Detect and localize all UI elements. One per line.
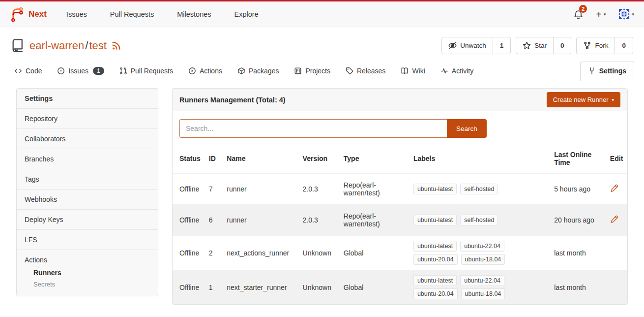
runner-name: next_actions_runner [223,236,298,270]
table-row: Offline2next_actions_runnerUnknownGlobal… [173,236,627,270]
brand-name: Next [29,9,47,19]
label-chip: ubuntu-22.04 [460,241,504,252]
runner-edit [606,236,627,270]
tab-code[interactable]: Code [10,62,46,81]
repo-tabs: CodeIssues1Pull RequestsActionsPackagesP… [0,61,644,81]
caret-down-icon: ▾ [604,12,606,17]
rss-feed-icon[interactable] [112,41,121,50]
sidebar-item-lfs[interactable]: LFS [17,229,158,250]
navbar-item-milestones[interactable]: Milestones [177,10,211,18]
runner-labels: ubuntu-latestself-hosted [410,205,550,236]
unwatch-button-group: Unwatch1 [441,37,511,54]
runner-edit [606,205,627,236]
sidebar-item-branches[interactable]: Branches [17,149,158,169]
tab-label: Packages [249,67,279,75]
home-link[interactable]: Next [10,6,47,22]
table-row: Offline6runner2.0.3Repo(earl-warren/test… [173,205,627,236]
sidebar-item-tags[interactable]: Tags [17,169,158,189]
create-new-runner-button[interactable]: Create new Runner ▾ [547,92,620,107]
tab-pull-requests[interactable]: Pull Requests [115,62,177,81]
fork-count[interactable]: 0 [615,37,633,54]
runner-labels: ubuntu-latestself-hosted [410,174,550,205]
runner-labels: ubuntu-latestubuntu-22.04ubuntu-20.04ubu… [410,236,550,270]
label-chip: ubuntu-18.04 [461,254,505,265]
caret-down-icon: ▾ [612,97,614,102]
tab-issues[interactable]: Issues1 [53,62,108,81]
runner-name: runner [223,174,298,205]
tab-releases[interactable]: Releases [341,62,390,81]
tab-projects[interactable]: Projects [290,62,335,81]
tab-label: Code [26,67,42,75]
repo-actions: Unwatch1Star0Fork0 [441,37,633,54]
user-menu-button[interactable]: ▾ [618,8,634,20]
repo-name-link[interactable]: test [89,39,106,52]
star-count[interactable]: 0 [553,37,571,54]
runner-id: 6 [205,205,223,236]
label-chip: ubuntu-18.04 [461,288,505,299]
runner-name: next_starter_runner [223,270,298,305]
sidebar-subitem-runners[interactable]: Runners [17,267,158,279]
column-header-labels: Labels [410,143,550,174]
column-header-edit: Edit [606,143,627,174]
panel-header: Runners Management (Total: 4) Create new… [173,89,627,111]
tab-activity[interactable]: Activity [436,62,478,81]
panel-title: Runners Management (Total: 4) [179,96,286,104]
tab-wiki[interactable]: Wiki [396,62,429,81]
repo-icon [11,38,25,53]
pull-request-icon [119,67,127,75]
label-chip: ubuntu-latest [413,241,457,252]
create-menu-button[interactable]: + ▾ [596,9,606,19]
tab-actions[interactable]: Actions [184,62,227,81]
runner-edit [606,174,627,205]
navbar-item-issues[interactable]: Issues [66,10,87,18]
sidebar-item-collaborators[interactable]: Collaborators [17,128,158,149]
runner-status: Offline [173,236,205,270]
tab-packages[interactable]: Packages [233,62,283,81]
tab-label: Settings [599,67,626,75]
table-row: Offline1next_starter_runnerUnknownGlobal… [173,270,627,305]
navbar-item-explore[interactable]: Explore [234,10,259,18]
unwatch-button[interactable]: Unwatch [442,37,493,54]
runner-last-online: last month [550,236,606,270]
runner-id: 1 [205,270,223,305]
star-button[interactable]: Star [516,37,553,54]
label-chip: ubuntu-20.04 [413,254,458,265]
edit-runner-button[interactable] [610,184,618,192]
runner-type: Global [340,236,410,270]
repo-owner-link[interactable]: earl-warren [29,39,84,52]
runners-panel: Runners Management (Total: 4) Create new… [172,88,628,305]
create-new-runner-label: Create new Runner [553,96,609,103]
label-chip: ubuntu-latest [413,275,457,286]
runner-type: Repo(earl-warren/test) [340,205,410,236]
repo-separator: / [85,39,88,52]
tab-label: Projects [305,67,330,75]
tab-settings[interactable]: Settings [580,62,634,81]
tab-label: Issues [68,67,88,75]
fork-button[interactable]: Fork [577,37,615,54]
runner-last-online: last month [550,270,606,305]
table-header-row: StatusIDNameVersionTypeLabelsLast Online… [173,143,627,174]
sidebar-title: Settings [17,89,158,108]
project-icon [294,67,302,75]
pencil-icon [610,184,618,192]
fork-icon [583,41,591,50]
sidebar-item-actions[interactable]: Actions [17,250,158,267]
sidebar-subitem-secrets[interactable]: Secrets [17,279,158,290]
search-button[interactable]: Search [447,119,487,138]
star-button-group: Star0 [516,37,571,54]
notifications-button[interactable]: 2 [574,9,583,19]
navbar-item-pull-requests[interactable]: Pull Requests [110,10,154,18]
issue-icon [57,67,65,75]
tab-label: Actions [200,67,222,75]
column-header-version: Version [299,143,340,174]
edit-runner-button[interactable] [610,215,618,223]
unwatch-count[interactable]: 1 [493,37,511,54]
sidebar-item-deploy-keys[interactable]: Deploy Keys [17,209,158,229]
search-bar: Search [173,111,627,143]
package-icon [237,67,245,75]
search-input[interactable] [179,119,447,138]
repo-header: earl-warren/test Unwatch1Star0Fork0 [0,27,644,59]
forgejo-logo-icon [10,6,24,22]
sidebar-item-webhooks[interactable]: Webhooks [17,189,158,209]
sidebar-item-repository[interactable]: Repository [17,108,158,128]
